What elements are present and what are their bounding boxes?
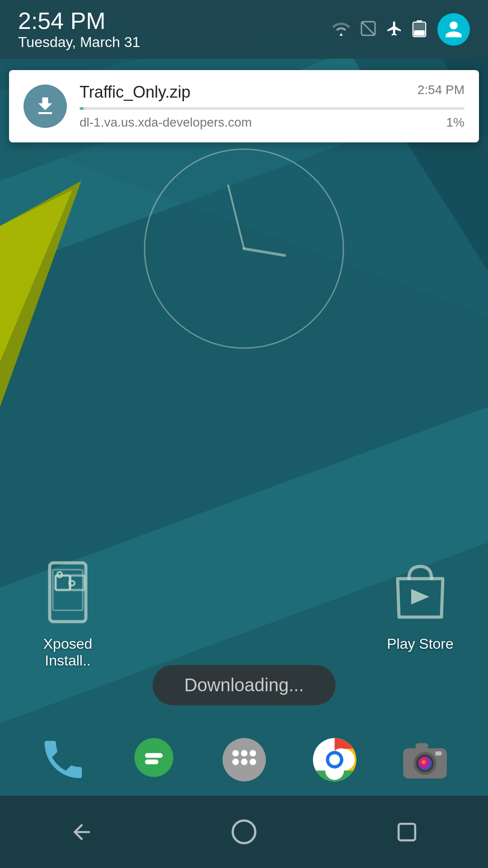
svg-point-42 (233, 821, 255, 843)
svg-rect-41 (435, 751, 441, 755)
app-drawer-dock-icon[interactable] (212, 728, 276, 791)
downloading-toast: Downloading... (153, 665, 336, 705)
status-icons (332, 13, 470, 46)
app-icons-area: Xposed Install.. Play Store (0, 556, 488, 669)
home-button[interactable] (221, 809, 267, 854)
xposed-installer-icon-item[interactable]: Xposed Install.. (27, 556, 108, 669)
svg-rect-19 (56, 576, 70, 590)
hangouts-dock-icon[interactable] (122, 728, 185, 791)
notification-percent: 1% (446, 115, 465, 130)
svg-rect-11 (417, 20, 422, 22)
play-store-icon (384, 556, 456, 628)
notification-source: dl-1.va.us.xda-developers.com (80, 115, 252, 130)
status-bar: 2:54 PM Tuesday, March 31 (0, 0, 488, 59)
svg-rect-13 (414, 30, 425, 36)
svg-line-9 (361, 22, 375, 35)
wifi-icon (332, 20, 351, 38)
notification-header: Traffic_Only.zip 2:54 PM (80, 83, 465, 102)
svg-point-31 (249, 759, 256, 765)
svg-point-29 (232, 759, 239, 765)
notification-card[interactable]: Traffic_Only.zip 2:54 PM dl-1.va.us.xda-… (9, 70, 479, 142)
play-store-label: Play Store (387, 636, 454, 652)
svg-point-30 (241, 759, 247, 765)
user-avatar[interactable] (437, 13, 470, 46)
notification-content: Traffic_Only.zip 2:54 PM dl-1.va.us.xda-… (80, 83, 465, 130)
progress-bar-container (80, 107, 465, 110)
svg-point-28 (249, 750, 256, 756)
battery-icon (412, 19, 428, 39)
navigation-bar (0, 796, 488, 868)
back-button[interactable] (59, 809, 104, 854)
status-date: Tuesday, March 31 (18, 34, 332, 51)
svg-rect-40 (415, 743, 428, 750)
chrome-dock-icon[interactable] (303, 728, 366, 791)
svg-point-39 (418, 756, 432, 770)
notification-title: Traffic_Only.zip (80, 83, 190, 102)
svg-point-35 (329, 754, 340, 765)
dock (0, 728, 488, 791)
camera-dock-icon[interactable] (393, 728, 456, 791)
airplane-icon (386, 20, 403, 39)
svg-point-27 (241, 750, 247, 756)
recents-button[interactable] (384, 809, 429, 854)
sim-icon (360, 20, 377, 39)
phone-dock-icon[interactable] (32, 728, 95, 791)
status-time: 2:54 PM (18, 8, 332, 34)
clock-widget (136, 140, 352, 357)
progress-bar-fill (80, 107, 84, 110)
svg-line-15 (244, 249, 285, 255)
svg-point-26 (232, 750, 239, 756)
svg-rect-43 (399, 824, 415, 840)
downloading-text: Downloading... (184, 675, 304, 695)
download-icon (23, 85, 67, 128)
notification-time: 2:54 PM (418, 83, 465, 97)
play-store-icon-item[interactable]: Play Store (380, 556, 461, 669)
xposed-installer-icon (32, 556, 104, 628)
svg-line-16 (228, 185, 244, 249)
status-time-block: 2:54 PM Tuesday, March 31 (18, 8, 332, 51)
notification-bottom: dl-1.va.us.xda-developers.com 1% (80, 115, 465, 130)
xposed-installer-label: Xposed Install.. (27, 636, 108, 669)
svg-rect-17 (50, 563, 86, 622)
svg-marker-23 (411, 589, 429, 604)
